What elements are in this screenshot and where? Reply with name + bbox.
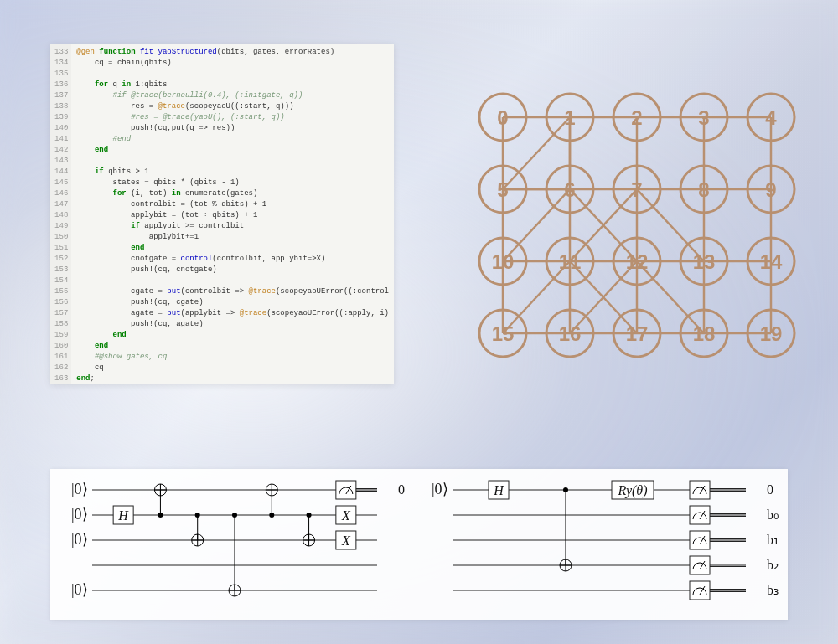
ket-label: |0⟩	[432, 481, 448, 497]
cnot-control	[232, 513, 237, 518]
svg-text:2: 2	[631, 106, 642, 129]
ket-label: |0⟩	[71, 581, 88, 598]
output-label: b₁	[767, 533, 779, 547]
code-line-gutter: 1331341351361371381391401411421431441451…	[50, 44, 71, 384]
cnot-control	[269, 513, 274, 518]
svg-text:5: 5	[497, 178, 508, 201]
measurement-gate	[336, 481, 356, 499]
measurement-gate	[690, 506, 710, 524]
svg-text:19: 19	[760, 322, 783, 345]
measurement-gate	[690, 581, 710, 600]
svg-text:15: 15	[492, 322, 515, 345]
svg-text:7: 7	[631, 178, 642, 201]
quantum-chip-graph: 012345678910111213141516171819	[469, 84, 804, 368]
output-label: b₂	[767, 558, 779, 572]
measurement-gate	[690, 481, 710, 499]
ket-label: |0⟩	[71, 506, 88, 523]
svg-text:18: 18	[693, 322, 716, 345]
cnot-control	[307, 513, 312, 518]
svg-text:X: X	[341, 533, 351, 548]
svg-text:9: 9	[765, 178, 776, 201]
svg-text:11: 11	[559, 250, 582, 273]
output-label: b₃	[767, 583, 779, 597]
svg-text:0: 0	[497, 106, 508, 129]
measurement-gate	[690, 556, 710, 574]
svg-text:1: 1	[564, 106, 575, 129]
measurement-gate	[690, 531, 710, 549]
svg-text:10: 10	[492, 250, 515, 273]
cnot-control	[563, 487, 568, 492]
svg-text:H: H	[117, 508, 129, 523]
cnot-control	[158, 513, 163, 518]
quantum-circuit-panel: |0⟩0|0⟩|0⟩|0⟩HXX|0⟩0b₀b₁b₂b₃HRy(θ)	[50, 469, 788, 620]
svg-text:17: 17	[626, 322, 649, 345]
code-body: @gen function fit_yaoStructured(qbits, g…	[71, 44, 394, 384]
code-editor-panel: 1331341351361371381391401411421431441451…	[50, 44, 394, 384]
cnot-control	[195, 513, 200, 518]
svg-text:H: H	[493, 483, 504, 497]
svg-text:Ry(θ): Ry(θ)	[617, 483, 647, 498]
ket-label: |0⟩	[71, 481, 88, 497]
svg-text:X: X	[341, 508, 351, 523]
svg-text:8: 8	[698, 178, 709, 201]
svg-text:3: 3	[698, 106, 709, 129]
svg-text:16: 16	[559, 322, 582, 345]
output-label: 0	[767, 482, 773, 497]
svg-line-31	[503, 117, 570, 189]
svg-text:13: 13	[693, 250, 716, 273]
svg-text:6: 6	[564, 178, 575, 201]
ket-label: |0⟩	[71, 531, 88, 548]
output-label: 0	[398, 482, 405, 497]
svg-text:14: 14	[760, 250, 783, 273]
output-label: b₀	[767, 507, 779, 522]
svg-text:12: 12	[626, 250, 649, 273]
svg-text:4: 4	[765, 106, 777, 129]
